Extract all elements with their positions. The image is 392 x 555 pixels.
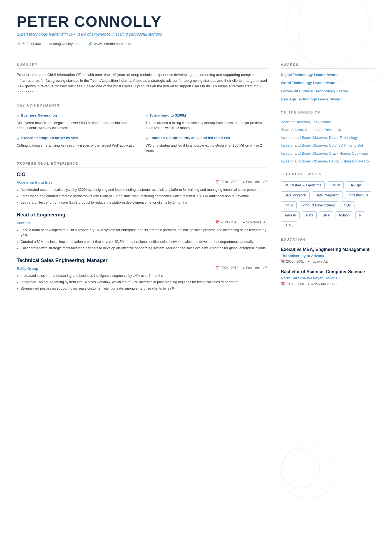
board-4: Investor and Board Observer, Crack Homes… <box>281 151 375 156</box>
achievement-1-desc: Turned around a failing cloud security s… <box>145 120 267 131</box>
achievement-2: ≡ Exceeded adoption target by 90% Cuttin… <box>17 135 139 153</box>
edu-1-dates: 📅 1997 - 2000 <box>281 282 304 287</box>
job-1-bullet-0: Lead a team of developers to build a pro… <box>21 228 267 238</box>
skill-9: Tableau <box>281 211 300 219</box>
skill-2: DevOps <box>346 181 365 189</box>
contact-row: ☏ 600-00-000 ✉ ian@wesley.com 🔗 www.link… <box>17 41 375 47</box>
contact-website: 🔗 www.linkedin.com/in/ian <box>88 41 132 47</box>
job-0-dates: 📅 2016 - 2020 <box>215 179 238 184</box>
calendar-icon-2: 📅 <box>215 265 219 270</box>
edu-1: Bachelor of Science, Computer Science No… <box>281 269 375 286</box>
achievement-1-title: ≡ Turnaround to $100M <box>145 113 267 119</box>
deco-circle-4 <box>281 449 320 488</box>
job-0: CIO Acceleron Industries 📅 2016 - 2020 ●… <box>17 171 267 205</box>
skill-8: SQL <box>341 201 354 209</box>
edu-0-meta: 📅 2000 - 2001 ● Tucson, AZ <box>281 259 375 264</box>
job-1-bullets: Lead a team of developers to build a pro… <box>17 228 267 251</box>
calendar-icon-0: 📅 <box>215 179 219 184</box>
job-1-bullet-2: Collaborated with strategic manufacturin… <box>21 246 267 251</box>
achievements-grid: ≡ Business Generation Discovered new cli… <box>17 113 267 153</box>
award-0: Digital Technology Leader Award <box>281 72 375 78</box>
job-2-row: Technical Sales Engineering, Manager <box>17 257 267 265</box>
job-1-meta: 📅 2013 - 2016 ● Scottsdale, AZ <box>215 220 267 225</box>
board-list: Board of Directors, Task Rabbit Board Ad… <box>281 120 375 164</box>
edu-location-icon-0: ● <box>308 259 310 264</box>
job-1-bullet-1: Curated a $2M business implementation pr… <box>21 239 267 245</box>
achievement-2-icon: ≡ <box>17 135 19 142</box>
job-1-company: Wolf Inc <box>17 220 31 226</box>
skill-3: Data Migration <box>281 191 310 199</box>
job-2-bullets: Increased sales in manufacturing and bus… <box>17 273 267 291</box>
job-2-location: ● Scottsdale, AZ <box>243 265 267 270</box>
achievement-2-title: ≡ Exceeded adoption target by 90% <box>17 135 139 142</box>
edu-1-school: North Carolina Wesleyan College <box>281 275 375 281</box>
board-1: Board Advisor, SmartHomeDevice Co. <box>281 127 375 132</box>
location-icon-1: ● <box>243 220 245 225</box>
left-column: SUMMARY Product-orientated Chief Informa… <box>17 55 267 297</box>
skill-11: JIRA <box>319 211 333 219</box>
board-5: Investor and Board Observer, Rental List… <box>281 159 375 164</box>
awards-title: AWARDS <box>281 62 375 69</box>
achievement-0-title: ≡ Business Generation <box>17 113 139 119</box>
achievement-0-icon: ≡ <box>17 113 19 119</box>
job-1: Head of Engineering Wolf Inc 📅 2013 - 20… <box>17 211 267 251</box>
job-2-title: Technical Sales Engineering, Manager <box>17 257 108 264</box>
education-title: EDUCATION <box>281 237 375 243</box>
skill-7: Product Development <box>299 201 338 209</box>
calendar-icon-1: 📅 <box>215 220 219 225</box>
skill-13: R <box>355 211 365 219</box>
achievement-3: ≡ Founded CloudSecurity at 22 and led to… <box>145 135 267 153</box>
board-0: Board of Directors, Task Rabbit <box>281 120 375 125</box>
job-0-bullets: Accelerated outbound sales cycle by 330%… <box>17 187 267 205</box>
achievement-0: ≡ Business Generation Discovered new cli… <box>17 113 139 131</box>
award-2: Forbes 40 Under 40 Technology Leader <box>281 88 375 94</box>
phone-number: 600-00-000 <box>23 41 41 47</box>
job-2: Technical Sales Engineering, Manager Rei… <box>17 257 267 291</box>
contact-phone: ☏ 600-00-000 <box>17 41 41 47</box>
award-1: World Technology Leader Award <box>281 80 375 86</box>
board-3: Investor and Board Observer, Color 3D Pr… <box>281 143 375 148</box>
location-icon-2: ● <box>243 265 245 270</box>
website-url: www.linkedin.com/in/ian <box>94 41 132 47</box>
header: PETER CONNOLLY Expert technology leader … <box>17 13 375 47</box>
edu-0-school: The University of Arizona <box>281 253 375 259</box>
main-layout: SUMMARY Product-orientated Chief Informa… <box>17 55 375 297</box>
edu-location-icon-1: ● <box>308 282 310 287</box>
job-0-title: CIO <box>17 171 26 178</box>
job-1-dates: 📅 2013 - 2016 <box>215 220 238 225</box>
contact-email: ✉ ian@wesley.com <box>49 41 81 47</box>
skill-12: Python <box>336 211 353 219</box>
right-column: AWARDS Digital Technology Leader Award W… <box>281 55 375 297</box>
skill-14: HTML <box>281 221 297 229</box>
skill-4: Data Integration <box>312 191 343 199</box>
edu-0-location: ● Tucson, AZ <box>308 259 328 264</box>
job-0-meta: 📅 2016 - 2020 ● Scottsdale, AZ <box>215 179 267 184</box>
experience-title: PROFESSIONAL EXPERIENCE <box>17 161 267 167</box>
job-0-bullet-0: Accelerated outbound sales cycle by 330%… <box>21 187 267 193</box>
edu-calendar-icon-0: 📅 <box>281 259 285 264</box>
phone-icon: ☏ <box>17 41 21 47</box>
summary-text: Product-orientated Chief Information Off… <box>17 72 267 95</box>
job-1-title: Head of Engineering <box>17 211 65 219</box>
edu-1-location: ● Rocky Mount, NC <box>308 282 337 287</box>
location-icon-0: ● <box>243 179 245 184</box>
edu-0-degree: Executive MBA, Engineering Management <box>281 247 375 253</box>
achievement-0-desc: Discovered new clients, negotiated over … <box>17 120 139 131</box>
email-icon: ✉ <box>49 41 52 47</box>
job-0-location: ● Scottsdale, AZ <box>243 179 267 184</box>
achievement-1: ≡ Turnaround to $100M Turned around a fa… <box>145 113 267 131</box>
award-3: New Age Technology Leader Award <box>281 97 375 102</box>
resume-page: PETER CONNOLLY Expert technology leader … <box>0 0 392 555</box>
skill-6: Cloud <box>281 201 297 209</box>
edu-0-dates: 📅 2000 - 2001 <box>281 259 304 264</box>
job-2-meta: 📅 2002 - 2013 ● Scottsdale, AZ <box>215 265 267 270</box>
job-0-bullet-2: Led re-architect effort of a core SaaS p… <box>21 200 267 205</box>
skill-5: Infrastructure <box>345 191 372 199</box>
skill-0: ML libraries & algorithms <box>281 181 325 189</box>
job-0-bullet-1: Established and curated strategic partne… <box>21 194 267 199</box>
achievement-3-icon: ≡ <box>145 135 148 142</box>
job-2-bullet-2: Streamlined post-sales support to increa… <box>21 286 267 291</box>
email-address: ian@wesley.com <box>53 41 81 47</box>
edu-1-degree: Bachelor of Science, Computer Science <box>281 269 375 275</box>
achievement-3-desc: CIO of a startup and led it to a notable… <box>145 143 267 154</box>
